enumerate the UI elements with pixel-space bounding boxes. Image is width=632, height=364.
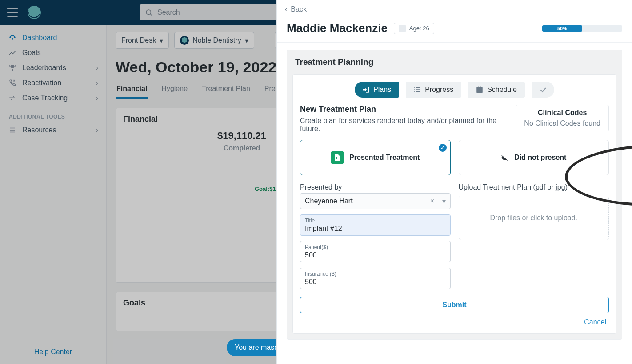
step-label: Schedule bbox=[487, 86, 517, 94]
step-progress[interactable]: Progress bbox=[406, 82, 460, 98]
tp-inner: Plans Progress Schedule bbox=[292, 74, 616, 334]
age-label: Age: 26 bbox=[409, 25, 429, 32]
upload-label: Upload Treatment Plan (pdf or jpg) bbox=[459, 183, 609, 191]
selected-check-icon: ✓ bbox=[439, 144, 447, 152]
progress-bar: 50% bbox=[542, 25, 622, 32]
step-plans[interactable]: Plans bbox=[355, 82, 398, 98]
title-field[interactable]: Title Implant #12 bbox=[300, 214, 451, 236]
progress-text: 50% bbox=[542, 25, 582, 32]
upload-drop-text: Drop files or click to upload. bbox=[490, 214, 577, 222]
form-right: Upload Treatment Plan (pdf or jpg) Drop … bbox=[459, 183, 609, 289]
option-presented-treatment[interactable]: ✓ Presented Treatment bbox=[300, 140, 451, 175]
tp-title: Treatment Planning bbox=[287, 50, 622, 74]
step-label: Plans bbox=[373, 86, 391, 94]
field-value: Implant #12 bbox=[305, 225, 446, 233]
form-left: Presented by Cheyenne Hart × ▾ Title Imp… bbox=[300, 183, 451, 289]
step-complete[interactable] bbox=[532, 82, 554, 98]
patient-header: Maddie Mackenzie Age: 26 50% bbox=[277, 19, 632, 43]
insurance-amount-field[interactable]: Insurance ($) 500 bbox=[300, 268, 451, 289]
step-label: Progress bbox=[425, 86, 453, 94]
treatment-planning-card: Treatment Planning Plans Progress Schedu… bbox=[287, 50, 622, 340]
option-did-not-present[interactable]: Did not present bbox=[459, 140, 609, 175]
new-plan-header: New Treatment Plan Create plan for servi… bbox=[300, 105, 609, 133]
presenter-select[interactable]: Cheyenne Hart × ▾ bbox=[300, 193, 451, 209]
step-schedule[interactable]: Schedule bbox=[468, 82, 524, 98]
patient-age-chip: Age: 26 bbox=[394, 23, 434, 34]
chevron-left-icon: ‹ bbox=[285, 5, 287, 13]
patient-name: Maddie Mackenzie bbox=[287, 21, 388, 35]
back-label: Back bbox=[291, 5, 307, 13]
cancel-link[interactable]: Cancel bbox=[300, 318, 606, 326]
codes-title: Clinical Codes bbox=[524, 109, 600, 117]
option-label: Presented Treatment bbox=[349, 154, 420, 162]
field-label: Title bbox=[305, 218, 446, 224]
caret-down-icon[interactable]: ▾ bbox=[438, 197, 450, 206]
login-icon bbox=[362, 86, 370, 94]
calendar-icon bbox=[476, 86, 484, 94]
form-columns: Presented by Cheyenne Hart × ▾ Title Imp… bbox=[300, 183, 609, 289]
field-value: 500 bbox=[305, 251, 446, 259]
field-label: Patient($) bbox=[305, 244, 446, 250]
clear-icon[interactable]: × bbox=[427, 197, 438, 205]
panel-body: Treatment Planning Plans Progress Schedu… bbox=[277, 43, 632, 347]
doc-plus-icon bbox=[331, 151, 344, 164]
submit-button[interactable]: Submit bbox=[300, 297, 609, 313]
codes-empty: No Clinical Codes found bbox=[524, 119, 600, 127]
check-icon bbox=[539, 86, 547, 94]
presented-by-label: Presented by bbox=[300, 183, 451, 191]
upload-dropzone[interactable]: Drop files or click to upload. bbox=[459, 196, 609, 240]
eye-off-icon bbox=[501, 154, 509, 162]
treatment-panel: ‹ Back Maddie Mackenzie Age: 26 50% Trea… bbox=[276, 0, 632, 364]
wizard-steps: Plans Progress Schedule bbox=[300, 82, 609, 98]
clinical-codes-box: Clinical Codes No Clinical Codes found bbox=[516, 105, 609, 131]
user-icon bbox=[399, 25, 406, 32]
field-value: 500 bbox=[305, 278, 446, 286]
presenter-value: Cheyenne Hart bbox=[300, 197, 427, 205]
new-plan-subtitle: Create plan for services rendered today … bbox=[300, 117, 510, 133]
new-plan-title: New Treatment Plan bbox=[300, 105, 510, 114]
patient-amount-field[interactable]: Patient($) 500 bbox=[300, 241, 451, 262]
presentation-choice: ✓ Presented Treatment Did not present bbox=[300, 140, 609, 175]
back-button[interactable]: ‹ Back bbox=[277, 0, 632, 19]
option-label: Did not present bbox=[514, 154, 566, 162]
checklist-icon bbox=[413, 86, 421, 94]
field-label: Insurance ($) bbox=[305, 271, 446, 277]
